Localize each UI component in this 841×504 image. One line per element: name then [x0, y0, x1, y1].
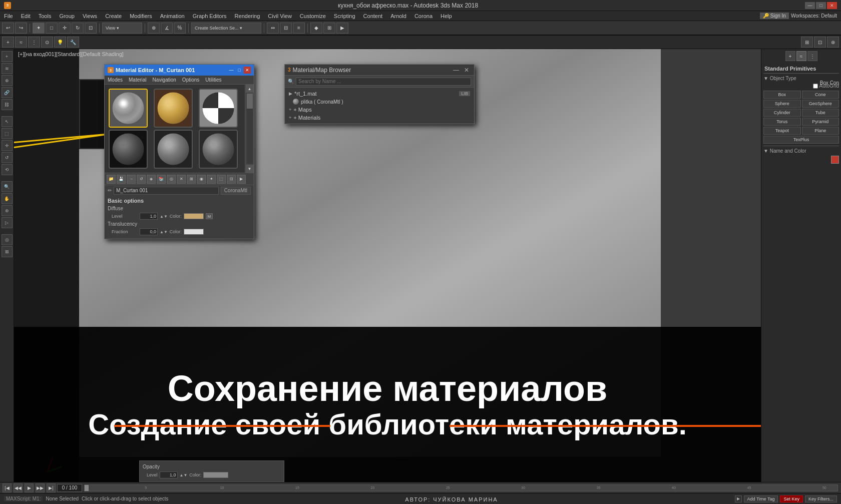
sample-uv-btn[interactable]: ⊡: [227, 175, 236, 184]
select-region-button[interactable]: □: [46, 23, 58, 34]
viewport-dropdown[interactable]: View ▾: [102, 23, 142, 34]
browser-minimize[interactable]: —: [451, 67, 461, 74]
align-button[interactable]: ⊟: [280, 23, 292, 34]
maps-section[interactable]: + + Maps: [285, 106, 474, 114]
mat-menu-utilities[interactable]: Utilities: [202, 77, 224, 83]
torus-btn[interactable]: Torus: [763, 118, 801, 126]
next-key-btn[interactable]: ▶▶: [36, 483, 45, 492]
teapot-btn[interactable]: Teapot: [763, 127, 801, 135]
opacity-level-input[interactable]: [160, 471, 178, 478]
unlink-tool[interactable]: ⛓: [2, 99, 13, 110]
create-tool[interactable]: +: [2, 51, 13, 62]
maximize-button[interactable]: □: [816, 2, 826, 9]
cone-btn[interactable]: Cone: [802, 91, 839, 99]
redo-button[interactable]: ↪: [15, 23, 27, 34]
material-editor-titlebar[interactable]: 3 Material Editor - M_Curtan 001 — □ ✕: [105, 65, 254, 76]
menu-corona[interactable]: Corona: [410, 11, 437, 21]
mat-menu-options[interactable]: Options: [179, 77, 202, 83]
hierarchy-panel-icon[interactable]: ⋮: [807, 51, 817, 61]
pan-tool[interactable]: ✋: [2, 193, 13, 204]
move-button[interactable]: ✛: [59, 23, 71, 34]
material-type-dropdown[interactable]: CoronaMtl: [221, 187, 251, 195]
diffuse-color-swatch[interactable]: [184, 213, 204, 219]
scroll-down[interactable]: ▼: [246, 165, 254, 173]
cylinder-btn[interactable]: Cylinder: [763, 109, 801, 117]
opacity-color-swatch[interactable]: [203, 472, 228, 478]
sphere-btn[interactable]: ◉: [197, 175, 206, 184]
render-button[interactable]: ▶: [336, 23, 348, 34]
snap-to[interactable]: ⊠: [2, 246, 13, 257]
level-input[interactable]: [140, 213, 158, 220]
menu-help[interactable]: Help: [437, 11, 456, 21]
plitka-item[interactable]: plitka ( CoronaMtl ): [285, 98, 474, 106]
mat-menu-modes[interactable]: Modes: [105, 77, 126, 83]
rotate-button[interactable]: ↻: [72, 23, 84, 34]
menu-graph-editors[interactable]: Graph Editors: [189, 11, 231, 21]
menu-arnold[interactable]: Arnold: [386, 11, 410, 21]
video-btn[interactable]: ▶: [237, 175, 246, 184]
sphere-5[interactable]: [154, 130, 193, 169]
mat-select-btn[interactable]: ◎: [167, 175, 176, 184]
copy-mat-btn[interactable]: ⊞: [187, 175, 196, 184]
fraction-input[interactable]: [140, 228, 158, 235]
assign-mat-btn[interactable]: →: [127, 175, 136, 184]
set-key-btn[interactable]: Set Key: [780, 495, 803, 502]
view-btn-3[interactable]: ⊛: [827, 37, 839, 48]
scroll-thumb[interactable]: [247, 94, 253, 109]
scroll-up[interactable]: ▲: [246, 85, 254, 93]
menu-civil-view[interactable]: Civil View: [264, 11, 295, 21]
plane-btn[interactable]: Plane: [802, 127, 839, 135]
opacity-spinner[interactable]: ▲▼: [180, 473, 188, 477]
mat-editor-minimize[interactable]: —: [228, 67, 235, 74]
reset-mat-btn[interactable]: ↺: [137, 175, 146, 184]
percent-snap[interactable]: %: [174, 23, 186, 34]
menu-tools[interactable]: Tools: [35, 11, 56, 21]
material-editor-btn[interactable]: ◆: [310, 23, 322, 34]
zoom-tool[interactable]: 🔍: [2, 181, 13, 192]
menu-customize[interactable]: Customize: [296, 11, 330, 21]
utilities-panel-btn[interactable]: 🔧: [67, 37, 79, 48]
menu-edit[interactable]: Edit: [17, 11, 35, 21]
modify-tool[interactable]: ≋: [2, 63, 13, 74]
motion-panel-btn[interactable]: ⊙: [41, 37, 53, 48]
viewport-area[interactable]: [+][на вход001][Standard][Default Shadin…: [14, 49, 761, 482]
snap-toggle[interactable]: ⊕: [148, 23, 160, 34]
next-frame-btn[interactable]: ▶|: [47, 483, 56, 492]
material-name-input[interactable]: [114, 187, 219, 195]
undo-button[interactable]: ↩: [2, 23, 14, 34]
link-tool[interactable]: 🔗: [2, 87, 13, 98]
modify-panel-icon[interactable]: ≈: [796, 51, 806, 61]
arc-rotate[interactable]: ⊛: [2, 205, 13, 216]
modify-panel-btn[interactable]: ≈: [15, 37, 27, 48]
field-of-view[interactable]: ▷: [2, 217, 13, 228]
menu-file[interactable]: File: [0, 11, 17, 21]
sphere-btn-panel[interactable]: Sphere: [763, 100, 801, 108]
scale-button[interactable]: ⊡: [85, 23, 97, 34]
menu-animation[interactable]: Animation: [156, 11, 189, 21]
isolate-sel[interactable]: ◎: [2, 234, 13, 245]
bg-btn[interactable]: ⬚: [217, 175, 226, 184]
timeline-track[interactable]: 5 10 15 20 25 30 35 40 45 50: [84, 484, 838, 491]
selection-filter-dropdown[interactable]: Create Selection Se... ▾: [191, 23, 261, 34]
sphere-6[interactable]: [199, 130, 238, 169]
sphere-4[interactable]: [109, 130, 148, 169]
name-color-swatch[interactable]: [831, 156, 839, 164]
translucency-color-swatch[interactable]: [184, 229, 204, 235]
box-btn[interactable]: Box: [763, 91, 801, 99]
menu-modifiers[interactable]: Modifiers: [126, 11, 156, 21]
render-setup[interactable]: ⊞: [323, 23, 335, 34]
key-filters-btn[interactable]: Key Filters...: [805, 495, 837, 502]
sign-in-button[interactable]: 🔑 Sign In: [760, 13, 789, 19]
texplus-btn[interactable]: TexPlus: [763, 136, 839, 144]
viewport-config-btn[interactable]: ⊞: [801, 37, 813, 48]
menu-content[interactable]: Content: [359, 11, 387, 21]
browser-close[interactable]: ✕: [462, 67, 471, 74]
menu-scripting[interactable]: Scripting: [330, 11, 359, 21]
prev-key-btn[interactable]: ◀◀: [14, 483, 23, 492]
create-panel-icon[interactable]: +: [785, 51, 795, 61]
angle-snap[interactable]: ∡: [161, 23, 173, 34]
select-obj[interactable]: ↖: [2, 116, 13, 127]
layer-manager[interactable]: ≡: [293, 23, 305, 34]
fraction-spinner[interactable]: ▲▼: [160, 230, 168, 234]
hierarchy-panel-btn[interactable]: ⋮: [28, 37, 40, 48]
